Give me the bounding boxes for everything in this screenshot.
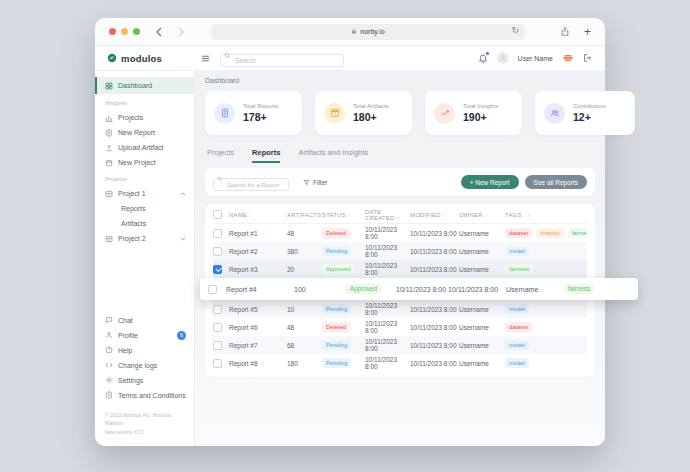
owner: Username [459, 342, 505, 349]
search-icon [217, 176, 223, 182]
row-checkbox[interactable] [213, 341, 222, 350]
sidebar-item-label: Terms and Conditions [118, 392, 186, 399]
sidebar-item-help[interactable]: Help [95, 343, 194, 358]
sidebar-item-artifacts[interactable]: Artifacts [95, 216, 194, 231]
global-search-input[interactable] [220, 54, 344, 67]
people-icon [544, 103, 565, 124]
back-icon[interactable] [155, 27, 163, 37]
sidebar-item-new-report[interactable]: New Report [95, 125, 194, 140]
report-name: Report #7 [229, 342, 287, 349]
tab-projects[interactable]: Projects [207, 148, 234, 163]
column-header-artifacts[interactable]: ARTIFACTS↕ [287, 212, 322, 218]
report-search-input[interactable] [213, 178, 289, 191]
orange-stack-icon[interactable] [562, 52, 574, 64]
table-row[interactable]: Report #1 48 Deleted 10/11/2023 8:00 10/… [213, 224, 587, 242]
table-row-popped[interactable]: Report #4 100 Approved 10/11/2023 8:00 1… [200, 278, 638, 300]
tab-reports[interactable]: Reports [252, 148, 280, 163]
date-created: 10/11/2023 8:00 [365, 356, 410, 370]
see-all-reports-button[interactable]: See all Reports [525, 175, 587, 189]
table-row[interactable]: Report #8 180 Pending 10/11/2023 8:00 10… [213, 354, 587, 372]
column-header-modified[interactable]: MODIFIED↕ [410, 212, 459, 218]
table-toolbar: Filter + New Report See all Reports [205, 168, 595, 196]
chevron-up-icon[interactable] [180, 192, 186, 196]
sidebar-item-chat[interactable]: Chat [95, 313, 194, 328]
report-name: Report #5 [229, 306, 287, 313]
date-created: 10/11/2023 8:00 [365, 320, 410, 334]
terms-document-icon [105, 391, 113, 399]
column-header-status[interactable]: STATUS↕ [322, 212, 365, 218]
date-modified: 10/11/2023 8:00 [410, 266, 459, 273]
refresh-icon[interactable]: ↻ [511, 25, 519, 35]
funnel-icon [303, 179, 310, 186]
column-header-name[interactable]: NAME↕ [229, 212, 287, 218]
sidebar-item-profile[interactable]: Profile 6 [95, 328, 194, 343]
chevron-down-icon[interactable] [180, 237, 186, 241]
address-bar[interactable]: norby.io ↻ [211, 24, 525, 40]
artifacts-count: 48 [287, 324, 322, 331]
row-checkbox[interactable] [213, 229, 222, 238]
zoom-window-button[interactable] [133, 28, 140, 35]
sidebar-item-change-logs[interactable]: Change logs [95, 358, 194, 373]
stat-label: Total Insights [463, 103, 498, 109]
row-checkbox[interactable] [213, 323, 222, 332]
sidebar-item-terms[interactable]: Terms and Conditions [95, 388, 194, 403]
menu-icon[interactable] [201, 54, 210, 63]
column-header-owner[interactable]: OWNER↕ [459, 212, 505, 218]
date-created: 10/11/2023 8:00 [365, 338, 410, 352]
row-checkbox[interactable] [213, 359, 222, 368]
sidebar-item-project-1[interactable]: Project 1 [95, 186, 194, 201]
row-checkbox[interactable] [208, 285, 217, 294]
share-icon[interactable] [560, 26, 570, 37]
page-title: Dashboard [205, 77, 595, 84]
sort-icon: ↕ [249, 212, 252, 218]
artifacts-count: 180 [287, 360, 322, 367]
filter-control[interactable]: Filter [303, 179, 327, 186]
table-row[interactable]: Report #7 68 Pending 10/11/2023 8:00 10/… [213, 336, 587, 354]
close-window-button[interactable] [109, 28, 116, 35]
new-tab-icon[interactable]: + [584, 26, 591, 38]
main-content: Dashboard Total Reports 178+ Total Artif… [195, 71, 605, 446]
avatar[interactable] [497, 52, 509, 64]
minimize-window-button[interactable] [121, 28, 128, 35]
sidebar-item-dashboard[interactable]: Dashboard [95, 77, 194, 94]
select-all-checkbox[interactable] [213, 210, 222, 219]
logout-icon[interactable] [583, 53, 593, 63]
browser-chrome: norby.io ↻ + [95, 18, 605, 46]
table-header: NAME↕ ARTIFACTS↕ STATUS↕ DATE CREATED↕ M… [213, 206, 587, 224]
report-search [213, 173, 289, 192]
sidebar-item-upload-artifact[interactable]: Upload Artifact [95, 140, 194, 155]
calendar-icon [105, 159, 113, 167]
dashboard-icon [105, 82, 113, 90]
table-row[interactable]: Report #5 10 Pending 10/11/2023 8:00 10/… [213, 300, 587, 318]
version-line: beta version XYZ [105, 428, 186, 437]
column-header-date-created[interactable]: DATE CREATED↕ [365, 209, 410, 221]
notifications-bell-icon[interactable] [478, 53, 488, 63]
row-checkbox[interactable] [213, 247, 222, 256]
logo-text: modulos [121, 53, 162, 64]
sidebar-item-settings[interactable]: Settings [95, 373, 194, 388]
table-row-selected[interactable]: Report #3 20 Approved 10/11/2023 8:00 10… [213, 260, 587, 278]
column-header-tags[interactable]: TAGS↕ [505, 212, 587, 218]
stat-value: 12+ [573, 111, 606, 123]
table-row[interactable]: Report #6 48 Deleted 10/11/2023 8:00 10/… [213, 318, 587, 336]
sidebar-item-project-2[interactable]: Project 2 [95, 231, 194, 246]
row-checkbox-checked[interactable] [213, 265, 222, 274]
table-row[interactable]: Report #2 380 Pending 10/11/2023 8:00 10… [213, 242, 587, 260]
profile-badge: 6 [177, 331, 186, 340]
artifacts-count: 20 [287, 266, 322, 273]
row-checkbox[interactable] [213, 305, 222, 314]
sidebar-item-label: Projects [118, 114, 143, 121]
owner: Username [459, 360, 505, 367]
sidebar-item-new-project[interactable]: New Project [95, 155, 194, 170]
owner: Username [459, 248, 505, 255]
new-report-button[interactable]: + New Report [461, 175, 519, 189]
sidebar-item-reports[interactable]: Reports [95, 201, 194, 216]
owner: Username [459, 324, 505, 331]
desktop-background: norby.io ↻ + modulos [0, 0, 690, 472]
stat-card-contributors: Contributors 12+ [535, 91, 635, 135]
tab-artifacts-insights[interactable]: Artifacts and Insights [298, 148, 368, 163]
forward-icon[interactable] [177, 27, 185, 37]
sidebar-item-projects[interactable]: Projects [95, 110, 194, 125]
app-header: modulos User Name [95, 46, 605, 71]
report-name: Report #3 [229, 266, 287, 273]
